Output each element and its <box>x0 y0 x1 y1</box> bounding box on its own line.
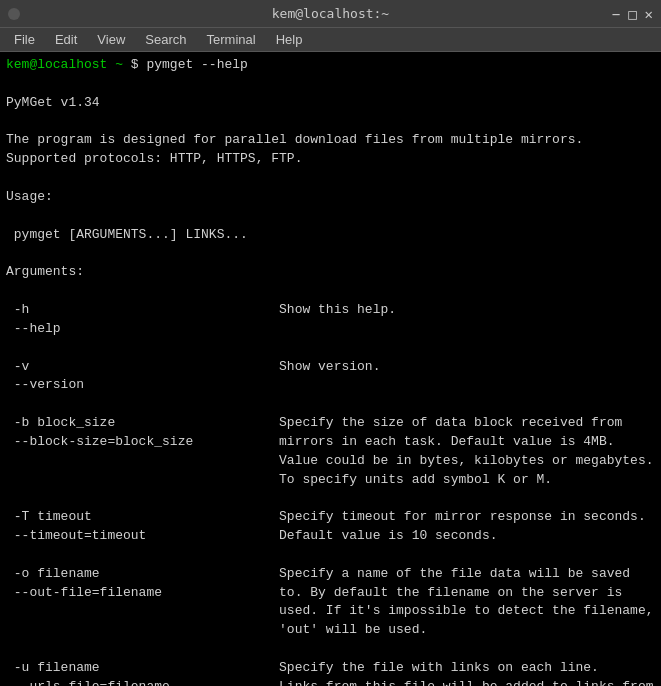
terminal-body[interactable]: kem@localhost ~ $ pymget --help PyMGet v… <box>0 52 661 686</box>
title-bar-left <box>8 8 20 20</box>
window-title: kem@localhost:~ <box>272 6 389 21</box>
minimize-icon[interactable]: − <box>612 6 620 22</box>
title-bar-right: − □ ✕ <box>612 6 653 22</box>
menu-file[interactable]: File <box>4 30 45 49</box>
menu-bar: File Edit View Search Terminal Help <box>0 28 661 52</box>
title-bar: kem@localhost:~ − □ ✕ <box>0 0 661 28</box>
window-dot[interactable] <box>8 8 20 20</box>
menu-search[interactable]: Search <box>135 30 196 49</box>
menu-edit[interactable]: Edit <box>45 30 87 49</box>
menu-terminal[interactable]: Terminal <box>197 30 266 49</box>
maximize-icon[interactable]: □ <box>628 6 636 22</box>
menu-view[interactable]: View <box>87 30 135 49</box>
menu-help[interactable]: Help <box>266 30 313 49</box>
close-icon[interactable]: ✕ <box>645 6 653 22</box>
